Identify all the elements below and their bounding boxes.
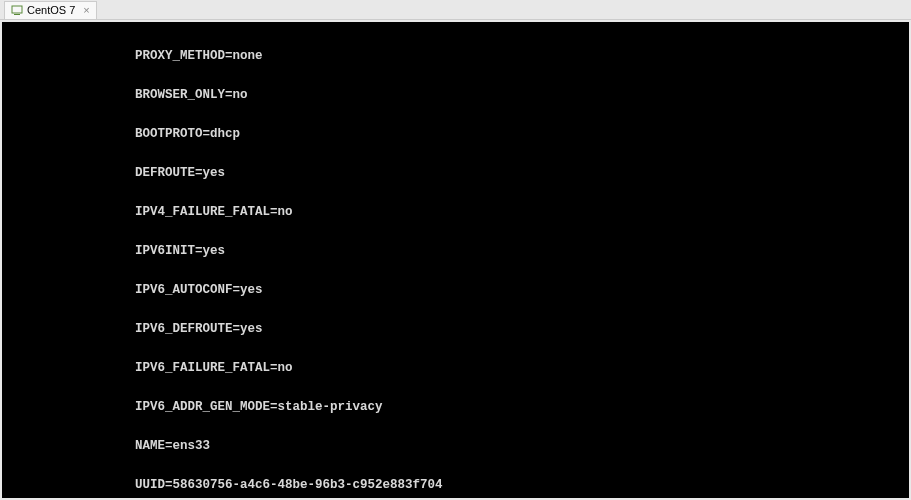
config-line: BROWSER_ONLY=no [2,89,909,102]
svg-rect-0 [12,6,22,13]
tab-bar: CentOS 7 × [0,0,911,20]
config-line: IPV4_FAILURE_FATAL=no [2,206,909,219]
config-line: PROXY_METHOD=none [2,50,909,63]
config-line: IPV6_ADDR_GEN_MODE=stable-privacy [2,401,909,414]
close-icon[interactable]: × [83,4,89,16]
config-line: BOOTPROTO=dhcp [2,128,909,141]
config-line: DEFROUTE=yes [2,167,909,180]
vm-icon [11,4,23,16]
terminal[interactable]: PROXY_METHOD=none BROWSER_ONLY=no BOOTPR… [2,22,909,498]
config-line: IPV6_DEFROUTE=yes [2,323,909,336]
config-line: UUID=58630756-a4c6-48be-96b3-c952e883f70… [2,479,909,492]
config-line: IPV6_AUTOCONF=yes [2,284,909,297]
tab-centos7[interactable]: CentOS 7 × [4,1,97,19]
terminal-container: PROXY_METHOD=none BROWSER_ONLY=no BOOTPR… [0,20,911,500]
svg-rect-1 [14,14,20,15]
config-line: IPV6INIT=yes [2,245,909,258]
tab-label: CentOS 7 [27,4,75,16]
config-line: NAME=ens33 [2,440,909,453]
config-line: IPV6_FAILURE_FATAL=no [2,362,909,375]
